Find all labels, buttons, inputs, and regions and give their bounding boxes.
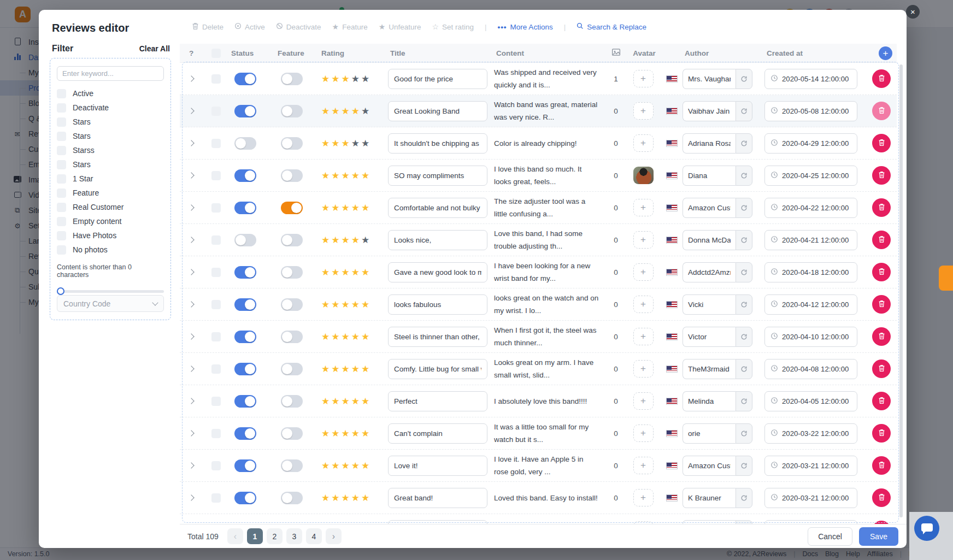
star-icon[interactable]: ★ <box>342 268 350 277</box>
expand-row-icon[interactable] <box>188 366 194 372</box>
star-icon[interactable]: ★ <box>361 139 369 148</box>
slider-thumb[interactable] <box>57 287 64 295</box>
row-checkbox[interactable] <box>211 171 221 180</box>
checkbox-icon[interactable] <box>57 103 66 113</box>
star-icon[interactable]: ★ <box>361 171 369 180</box>
regenerate-author-button[interactable] <box>736 166 752 186</box>
toolbar-delete-button[interactable]: Delete <box>192 22 223 32</box>
star-icon[interactable]: ★ <box>351 461 360 470</box>
prev-page-button[interactable]: ‹ <box>227 528 243 544</box>
add-avatar-button[interactable]: + <box>633 296 654 313</box>
filter-checkbox-row[interactable]: Stars <box>57 115 164 129</box>
star-icon[interactable]: ★ <box>361 429 369 438</box>
row-checkbox[interactable] <box>211 300 221 309</box>
star-icon[interactable]: ★ <box>342 397 350 406</box>
regenerate-author-button[interactable] <box>736 488 752 508</box>
author-input[interactable] <box>683 198 736 218</box>
regenerate-author-button[interactable] <box>736 69 752 89</box>
status-toggle[interactable] <box>234 137 256 150</box>
star-icon[interactable]: ★ <box>331 203 339 213</box>
created-at-field[interactable]: 2020-04-21 12:00:00 <box>764 230 857 250</box>
checkbox-icon[interactable] <box>57 231 66 240</box>
add-avatar-button[interactable]: + <box>633 263 654 281</box>
expand-row-icon[interactable] <box>188 75 194 81</box>
filter-checkbox-row[interactable]: Feature <box>57 186 164 200</box>
created-at-field[interactable]: 2020-04-29 12:00:00 <box>764 133 857 154</box>
expand-row-icon[interactable] <box>188 494 194 500</box>
delete-row-button[interactable] <box>872 198 891 217</box>
author-input[interactable] <box>683 262 736 282</box>
expand-row-icon[interactable] <box>188 398 194 404</box>
regenerate-author-button[interactable] <box>736 230 752 250</box>
add-avatar-button[interactable]: + <box>633 425 654 442</box>
star-icon[interactable]: ★ <box>321 397 330 406</box>
created-at-field[interactable]: 2020-04-25 12:00:00 <box>764 166 857 186</box>
feature-toggle[interactable] <box>281 169 303 182</box>
author-input[interactable] <box>683 488 736 508</box>
filter-checkbox-row[interactable]: Starss <box>57 143 164 157</box>
star-icon[interactable]: ★ <box>321 171 330 180</box>
star-icon[interactable]: ★ <box>331 235 339 245</box>
star-icon[interactable]: ★ <box>331 74 339 84</box>
regenerate-author-button[interactable] <box>736 294 752 315</box>
star-icon[interactable]: ★ <box>321 461 330 470</box>
more-actions-button[interactable]: •••More Actions <box>497 23 552 31</box>
checkbox-icon[interactable] <box>57 146 66 155</box>
delete-row-button[interactable] <box>872 263 891 281</box>
select-all-checkbox[interactable] <box>211 49 221 58</box>
feature-toggle[interactable] <box>281 234 303 246</box>
star-icon[interactable]: ★ <box>342 429 350 438</box>
regenerate-author-button[interactable] <box>736 456 752 476</box>
row-checkbox[interactable] <box>211 203 221 213</box>
title-input[interactable] <box>388 101 487 121</box>
title-input[interactable] <box>388 69 487 89</box>
toolbar-feature-button[interactable]: ★Feature <box>332 23 368 31</box>
add-avatar-button[interactable]: + <box>633 199 654 216</box>
created-at-field[interactable]: 2020-04-18 12:00:00 <box>764 262 857 282</box>
status-toggle[interactable] <box>234 459 256 472</box>
star-icon[interactable]: ★ <box>321 493 330 503</box>
expand-row-icon[interactable] <box>188 204 194 210</box>
add-avatar-button[interactable]: + <box>633 134 654 152</box>
regenerate-author-button[interactable] <box>736 133 752 154</box>
status-toggle[interactable] <box>234 492 256 504</box>
feature-toggle[interactable] <box>281 395 303 408</box>
toolbar-unfeature-button[interactable]: ★Unfeature <box>379 23 421 31</box>
title-input[interactable] <box>388 359 487 379</box>
expand-row-icon[interactable] <box>188 301 194 307</box>
title-input[interactable] <box>388 198 487 218</box>
title-input[interactable] <box>388 520 487 524</box>
expand-row-icon[interactable] <box>188 462 194 468</box>
feature-toggle[interactable] <box>281 331 303 343</box>
star-icon[interactable]: ★ <box>331 171 339 180</box>
title-input[interactable] <box>388 133 487 154</box>
author-input[interactable] <box>683 391 736 411</box>
title-input[interactable] <box>388 166 487 186</box>
star-icon[interactable]: ★ <box>331 300 339 309</box>
regenerate-author-button[interactable] <box>736 198 752 218</box>
star-icon[interactable]: ★ <box>361 300 369 309</box>
star-icon[interactable]: ★ <box>342 332 350 341</box>
star-icon[interactable]: ★ <box>321 107 330 116</box>
star-icon[interactable]: ★ <box>342 493 350 503</box>
delete-row-button[interactable] <box>872 392 891 410</box>
created-at-field[interactable]: 2020-04-22 12:00:00 <box>764 198 857 218</box>
feature-toggle[interactable] <box>281 459 303 472</box>
page-button-2[interactable]: 2 <box>267 528 283 544</box>
star-icon[interactable]: ★ <box>361 364 369 374</box>
author-input[interactable] <box>683 327 736 347</box>
title-input[interactable] <box>388 391 487 411</box>
status-toggle[interactable] <box>234 266 256 279</box>
star-icon[interactable]: ★ <box>361 332 369 341</box>
author-input[interactable] <box>683 520 736 524</box>
filter-checkbox-row[interactable]: Active <box>57 86 164 101</box>
star-icon[interactable]: ★ <box>321 235 330 245</box>
author-input[interactable] <box>683 101 736 121</box>
star-icon[interactable]: ★ <box>331 332 339 341</box>
feature-toggle[interactable] <box>281 363 303 375</box>
star-icon[interactable]: ★ <box>351 171 360 180</box>
star-icon[interactable]: ★ <box>351 139 360 148</box>
filter-checkbox-row[interactable]: Empty content <box>57 214 164 228</box>
star-icon[interactable]: ★ <box>351 203 360 213</box>
close-modal-button[interactable]: × <box>906 5 920 19</box>
